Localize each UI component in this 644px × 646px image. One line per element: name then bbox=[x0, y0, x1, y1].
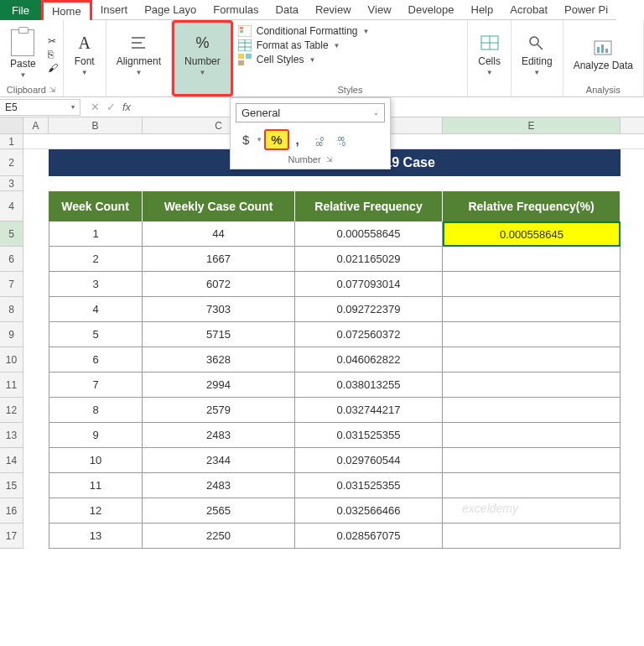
font-button[interactable]: A Font ▼ bbox=[69, 30, 101, 78]
cell-week[interactable]: 3 bbox=[49, 272, 143, 297]
conditional-formatting-button[interactable]: Conditional Formatting▼ bbox=[238, 25, 370, 37]
row-header[interactable]: 9 bbox=[0, 322, 23, 347]
table-header-relp[interactable]: Relative Frequency(%) bbox=[443, 191, 621, 221]
number-button[interactable]: % Number ▼ bbox=[179, 30, 226, 78]
tab-home[interactable]: Home bbox=[41, 0, 92, 20]
cells-button[interactable]: Cells ▼ bbox=[473, 30, 506, 78]
cell-case[interactable]: 6072 bbox=[143, 272, 295, 297]
cell-week[interactable]: 7 bbox=[49, 372, 143, 398]
cell-rel[interactable]: 0.031525355 bbox=[295, 423, 443, 448]
paste-button[interactable]: Paste ▼ bbox=[5, 28, 41, 81]
row-header[interactable]: 10 bbox=[0, 347, 23, 372]
cell-case[interactable]: 44 bbox=[143, 221, 295, 247]
copy-icon[interactable]: ⎘ bbox=[48, 49, 58, 60]
cell-case[interactable]: 2250 bbox=[143, 524, 295, 549]
cell-rel[interactable]: 0.031525355 bbox=[295, 473, 443, 498]
number-format-select[interactable]: General ⌄ bbox=[236, 103, 385, 122]
cell-rel[interactable]: 0.077093014 bbox=[295, 272, 443, 297]
cell-week[interactable]: 1 bbox=[49, 221, 143, 247]
row-header[interactable]: 5 bbox=[0, 221, 23, 247]
tab-file[interactable]: File bbox=[0, 0, 41, 20]
tab-power-pivot[interactable]: Power Pi bbox=[556, 0, 616, 20]
cell-rel[interactable]: 0.072560372 bbox=[295, 322, 443, 347]
cell-rel[interactable]: 0.021165029 bbox=[295, 247, 443, 272]
row-header[interactable]: 13 bbox=[0, 423, 23, 448]
cell-case[interactable]: 2994 bbox=[143, 372, 295, 398]
row-header[interactable]: 3 bbox=[0, 176, 23, 191]
cell-week[interactable]: 13 bbox=[49, 524, 143, 549]
col-header-e[interactable]: E bbox=[443, 117, 621, 133]
select-all-corner[interactable] bbox=[0, 117, 23, 133]
cut-icon[interactable]: ✂ bbox=[48, 35, 58, 47]
cell-week[interactable]: 5 bbox=[49, 322, 143, 347]
row-header[interactable]: 4 bbox=[0, 191, 23, 221]
cell-relp[interactable] bbox=[443, 423, 621, 448]
table-header-week[interactable]: Week Count bbox=[49, 191, 143, 221]
cell-week[interactable]: 10 bbox=[49, 448, 143, 473]
table-header-rel[interactable]: Relative Frequency bbox=[295, 191, 443, 221]
row-header[interactable]: 6 bbox=[0, 247, 23, 272]
cell-relp[interactable] bbox=[443, 398, 621, 423]
tab-data[interactable]: Data bbox=[267, 0, 307, 20]
currency-button[interactable]: $ bbox=[237, 129, 254, 150]
enter-icon[interactable]: ✓ bbox=[106, 101, 116, 113]
cell-relp[interactable] bbox=[443, 247, 621, 272]
col-header-b[interactable]: B bbox=[49, 117, 143, 133]
cell-case[interactable]: 7303 bbox=[143, 297, 295, 322]
cell-case[interactable]: 3628 bbox=[143, 347, 295, 372]
editing-button[interactable]: Editing ▼ bbox=[517, 30, 558, 78]
cell-week[interactable]: 8 bbox=[49, 398, 143, 423]
comma-style-button[interactable]: , bbox=[291, 129, 304, 150]
row-header[interactable]: 2 bbox=[0, 149, 23, 176]
cell-relp[interactable] bbox=[443, 272, 621, 297]
dialog-launcher-icon[interactable]: ⇲ bbox=[49, 86, 56, 94]
cell-case[interactable]: 2483 bbox=[143, 423, 295, 448]
row-header[interactable]: 14 bbox=[0, 448, 23, 473]
decrease-decimal-button[interactable]: .00→0 bbox=[336, 134, 351, 146]
cell-week[interactable]: 4 bbox=[49, 297, 143, 322]
col-header-a[interactable]: A bbox=[23, 117, 49, 133]
format-as-table-button[interactable]: Format as Table▼ bbox=[238, 39, 340, 51]
row-header[interactable]: 7 bbox=[0, 272, 23, 297]
cell-relp[interactable] bbox=[443, 473, 621, 498]
row-header[interactable]: 1 bbox=[0, 134, 23, 149]
cell-relp[interactable] bbox=[443, 347, 621, 372]
cell-week[interactable]: 12 bbox=[49, 498, 143, 524]
cell-case[interactable]: 2483 bbox=[143, 473, 295, 498]
row-header[interactable]: 16 bbox=[0, 498, 23, 524]
cell-rel[interactable]: 0.092722379 bbox=[295, 297, 443, 322]
cells-area[interactable]: Weekly Count of Covid-19 Case Week Count… bbox=[23, 134, 644, 549]
cell-relp[interactable] bbox=[443, 372, 621, 398]
cancel-icon[interactable]: ✕ bbox=[91, 101, 100, 113]
tab-acrobat[interactable]: Acrobat bbox=[501, 0, 556, 20]
dialog-launcher-icon[interactable]: ⇲ bbox=[326, 155, 333, 164]
analyze-data-button[interactable]: Analyze Data bbox=[569, 35, 638, 73]
cell-case[interactable]: 2344 bbox=[143, 448, 295, 473]
fx-icon[interactable]: fx bbox=[122, 101, 131, 113]
cell-rel[interactable]: 0.032566466 bbox=[295, 498, 443, 524]
tab-formulas[interactable]: Formulas bbox=[205, 0, 267, 20]
alignment-button[interactable]: Alignment ▼ bbox=[112, 30, 166, 78]
cell-styles-button[interactable]: Cell Styles▼ bbox=[238, 54, 316, 65]
row-header[interactable]: 12 bbox=[0, 398, 23, 423]
cell-rel[interactable]: 0.000558645 bbox=[295, 221, 443, 247]
cell-rel[interactable]: 0.038013255 bbox=[295, 372, 443, 398]
cell-case[interactable]: 2579 bbox=[143, 398, 295, 423]
cell-rel[interactable]: 0.032744217 bbox=[295, 398, 443, 423]
cell-relp[interactable] bbox=[443, 498, 621, 524]
cell-relp[interactable] bbox=[443, 322, 621, 347]
row-header[interactable]: 8 bbox=[0, 297, 23, 322]
name-box[interactable]: E5 ▾ bbox=[0, 99, 80, 116]
cell-relp[interactable]: 0.000558645 bbox=[443, 221, 621, 247]
cell-case[interactable]: 5715 bbox=[143, 322, 295, 347]
tab-review[interactable]: Review bbox=[307, 0, 360, 20]
format-painter-icon[interactable]: 🖌 bbox=[48, 62, 58, 74]
cell-rel[interactable]: 0.028567075 bbox=[295, 524, 443, 549]
cell-relp[interactable] bbox=[443, 448, 621, 473]
tab-view[interactable]: View bbox=[360, 0, 400, 20]
cell-relp[interactable] bbox=[443, 524, 621, 549]
tab-developer[interactable]: Develope bbox=[400, 0, 463, 20]
row-header[interactable]: 17 bbox=[0, 524, 23, 549]
tab-help[interactable]: Help bbox=[463, 0, 502, 20]
cell-week[interactable]: 6 bbox=[49, 347, 143, 372]
